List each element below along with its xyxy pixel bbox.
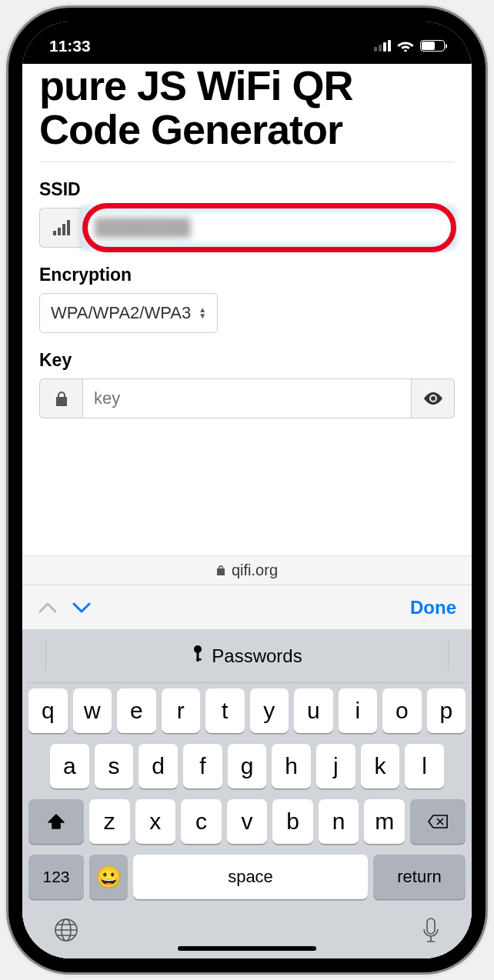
wifi-icon: [397, 37, 414, 55]
key-h[interactable]: h: [272, 744, 311, 788]
key-l[interactable]: l: [405, 744, 444, 788]
svg-rect-0: [53, 231, 56, 235]
passwords-label: Passwords: [212, 645, 302, 667]
key-p[interactable]: p: [427, 688, 466, 733]
key-m[interactable]: m: [364, 799, 405, 844]
key-label: Key: [39, 350, 455, 371]
ssid-input-row: [39, 208, 455, 248]
key-o[interactable]: o: [382, 688, 422, 733]
key-d[interactable]: d: [139, 744, 178, 788]
status-right: [374, 37, 445, 55]
key-r[interactable]: r: [162, 688, 201, 733]
page-title: pure JS WiFi QR Code Generator: [22, 64, 472, 162]
home-indicator[interactable]: [178, 946, 316, 951]
url-domain: qifi.org: [232, 562, 278, 579]
phone-notch: [139, 8, 355, 37]
signal-bars-icon: [39, 208, 82, 248]
emoji-key[interactable]: 😀: [89, 855, 128, 899]
cellular-signal-icon: [374, 40, 391, 52]
encryption-value: WPA/WPA2/WPA3: [51, 303, 191, 323]
keyboard-bottom: [22, 905, 472, 951]
key-j[interactable]: j: [316, 744, 355, 788]
key-t[interactable]: t: [205, 688, 245, 733]
numbers-key[interactable]: 123: [28, 855, 84, 899]
padlock-icon: [216, 562, 225, 579]
key-e[interactable]: e: [117, 688, 156, 733]
key-y[interactable]: y: [250, 688, 289, 733]
key-c[interactable]: c: [181, 799, 222, 844]
ssid-input[interactable]: [82, 208, 455, 248]
svg-point-4: [194, 645, 202, 653]
passwords-suggestion[interactable]: Passwords: [27, 629, 467, 683]
divider: [39, 162, 455, 162]
encryption-select[interactable]: WPA/WPA2/WPA3 ▲▼: [39, 293, 218, 333]
key-s[interactable]: s: [95, 744, 134, 788]
key-n[interactable]: n: [319, 799, 359, 844]
lock-icon: [39, 378, 82, 418]
ssid-group: SSID: [22, 179, 472, 265]
keyboard-row-3: z x c v b n m: [22, 794, 472, 849]
phone-frame: 11:33 pure JS WiFi QR Code Generator SSI…: [8, 8, 486, 972]
encryption-label: Encryption: [39, 265, 455, 285]
key-z[interactable]: z: [89, 799, 130, 844]
key-input[interactable]: [82, 378, 412, 418]
page-content: pure JS WiFi QR Code Generator SSID Encr…: [22, 64, 472, 958]
svg-rect-3: [67, 220, 70, 235]
ssid-label: SSID: [39, 179, 455, 200]
key-b[interactable]: b: [272, 799, 313, 844]
key-k[interactable]: k: [361, 744, 400, 788]
eye-icon[interactable]: [412, 378, 455, 418]
return-key[interactable]: return: [373, 855, 466, 899]
key-u[interactable]: u: [294, 688, 333, 733]
key-w[interactable]: w: [73, 688, 112, 733]
form-next-button[interactable]: [72, 595, 92, 620]
keyboard-accessory: Done: [22, 585, 472, 629]
svg-rect-1: [58, 228, 61, 235]
key-icon: [192, 645, 204, 668]
microphone-icon[interactable]: [421, 917, 441, 951]
url-bar[interactable]: qifi.org: [22, 555, 472, 585]
key-a[interactable]: a: [50, 744, 89, 788]
key-v[interactable]: v: [227, 799, 268, 844]
svg-rect-2: [62, 224, 65, 235]
key-f[interactable]: f: [183, 744, 222, 788]
key-x[interactable]: x: [135, 799, 176, 844]
keyboard-done-button[interactable]: Done: [410, 597, 456, 618]
key-i[interactable]: i: [339, 688, 378, 733]
keyboard-row-2: a s d f g h j k l: [22, 738, 472, 794]
battery-icon: [420, 40, 445, 52]
globe-icon[interactable]: [53, 917, 79, 951]
keyboard: Passwords q w e r t y u i o p a s: [22, 629, 472, 958]
status-time: 11:33: [49, 37, 91, 55]
keyboard-row-4: 123 😀 space return: [22, 849, 472, 905]
key-input-row: [39, 378, 455, 418]
encryption-group: Encryption WPA/WPA2/WPA3 ▲▼: [22, 265, 472, 350]
form-prev-button: [38, 595, 58, 620]
select-arrows-icon: ▲▼: [199, 307, 206, 319]
backspace-key[interactable]: [410, 799, 466, 844]
key-g[interactable]: g: [228, 744, 267, 788]
svg-rect-6: [197, 658, 202, 661]
shift-key[interactable]: [28, 799, 84, 844]
space-key[interactable]: space: [133, 855, 368, 899]
keyboard-row-1: q w e r t y u i o p: [22, 683, 472, 738]
svg-rect-12: [427, 918, 435, 934]
key-group: Key: [22, 350, 472, 435]
key-q[interactable]: q: [28, 688, 68, 733]
phone-screen: 11:33 pure JS WiFi QR Code Generator SSI…: [22, 22, 472, 958]
